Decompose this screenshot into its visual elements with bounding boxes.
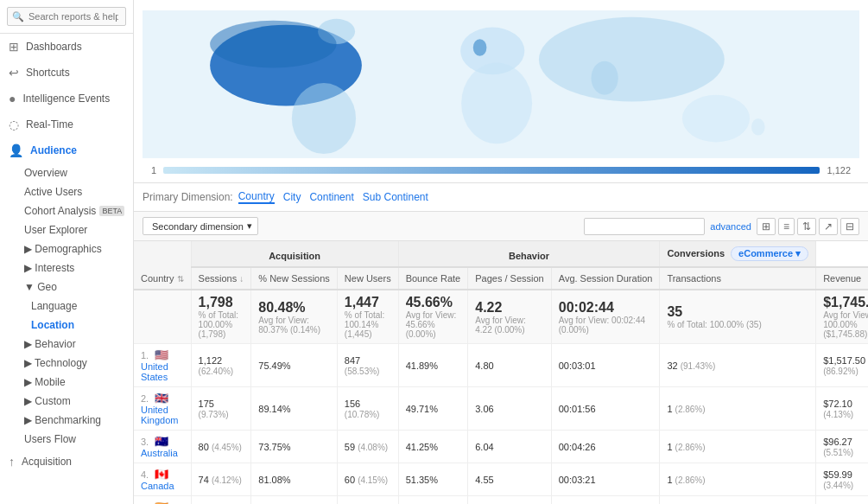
col-bounce-rate[interactable]: Bounce Rate: [398, 267, 468, 290]
table-view-button[interactable]: ≡: [778, 218, 795, 235]
sidebar-item-benchmarking[interactable]: ▶ Benchmarking: [0, 411, 133, 430]
tab-continent[interactable]: Continent: [309, 191, 353, 203]
sidebar: 🔍 ⊞ Dashboards ↩ Shortcuts ● Intelligenc…: [0, 0, 134, 504]
cell-pct-new: 100.00%: [251, 496, 338, 505]
country-link[interactable]: United Kingdom: [141, 405, 178, 425]
cell-sessions: 74 (4.12%): [191, 463, 251, 496]
cell-pages-session: 6.04: [468, 431, 552, 463]
dimension-tabs-row: Primary Dimension: Country City Continen…: [134, 183, 868, 212]
intelligence-icon: ●: [9, 92, 16, 105]
sidebar-item-audience[interactable]: 👤 Audience: [0, 137, 133, 163]
dashboards-icon: ⊞: [9, 40, 19, 54]
sidebar-item-active-users[interactable]: Active Users: [0, 182, 133, 201]
sidebar-item-realtime[interactable]: ◌ Real-Time: [0, 112, 133, 137]
sessions-pct: (4.45%): [212, 443, 242, 452]
map-range-bar: 1 1,122: [143, 160, 859, 182]
table-row: 4. 🇨🇦 Canada 74 (4.12%) 81.08% 60 (4.15%…: [134, 463, 868, 496]
cell-revenue: $96.27 (5.51%): [816, 431, 868, 463]
sidebar-item-mobile[interactable]: ▶ Mobile: [0, 373, 133, 392]
cell-pct-new: 89.14%: [251, 387, 338, 431]
sort-icon[interactable]: ⇅: [177, 274, 184, 284]
svg-point-7: [682, 95, 750, 143]
sidebar-item-label: Shortcuts: [26, 67, 70, 79]
sidebar-item-intelligence[interactable]: ● Intelligence Events: [0, 86, 133, 112]
country-link[interactable]: Canada: [141, 481, 174, 491]
range-min: 1: [151, 165, 156, 175]
search-input[interactable]: [7, 7, 126, 26]
sessions-pct: (9.73%): [199, 410, 229, 419]
table-search-input[interactable]: [584, 218, 705, 235]
transactions-pct: (91.43%): [681, 361, 716, 371]
world-map: [143, 9, 859, 160]
cell-new-users: 847 (58.53%): [337, 344, 398, 387]
sidebar-item-interests[interactable]: ▶ Interests: [0, 258, 133, 278]
col-sessions[interactable]: Sessions ↓: [191, 267, 251, 290]
summary-label: [134, 290, 191, 344]
cell-pages-session: 3.06: [468, 387, 552, 431]
sidebar-item-geo[interactable]: ▼ Geo: [0, 278, 133, 297]
cell-transactions: 1 (2.86%): [660, 431, 816, 463]
sidebar-item-custom[interactable]: ▶ Custom: [0, 392, 133, 411]
revenue-pct: (3.44%): [823, 481, 853, 490]
sidebar-item-behavior[interactable]: ▶ Behavior: [0, 335, 133, 354]
new-users-pct: (4.08%): [358, 443, 388, 452]
realtime-icon: ◌: [9, 118, 19, 131]
summary-pages: 4.22 Avg for View: 4.22 (0.00%): [468, 290, 552, 344]
sidebar-item-language[interactable]: Language: [0, 297, 133, 316]
cell-pages-session: 4.80: [468, 344, 552, 387]
map-section: 1 1,122: [134, 0, 868, 183]
table-row: 3. 🇦🇺 Australia 80 (4.45%) 73.75% 59 (4.…: [134, 431, 868, 463]
flag-icon: 🇬🇧: [155, 392, 168, 405]
revenue-pct: (5.51%): [823, 448, 853, 457]
cell-country: 3. 🇦🇺 Australia: [134, 431, 191, 463]
sidebar-item-dashboards[interactable]: ⊞ Dashboards: [0, 34, 133, 60]
country-link[interactable]: Australia: [141, 448, 178, 458]
sidebar-item-user-explorer[interactable]: User Explorer: [0, 220, 133, 239]
new-users-pct: (10.78%): [345, 410, 380, 419]
new-users-pct: (4.15%): [358, 475, 388, 485]
sidebar-item-demographics[interactable]: ▶ Demographics: [0, 239, 133, 258]
col-pages-session[interactable]: Pages / Session: [468, 267, 552, 290]
section-behavior: Behavior: [398, 241, 660, 267]
tab-country[interactable]: Country: [238, 190, 275, 204]
sidebar-item-cohort[interactable]: Cohort Analysis BETA: [0, 201, 133, 220]
col-revenue[interactable]: Revenue: [816, 267, 868, 290]
cell-revenue: $59.99 (3.44%): [816, 463, 868, 496]
flag-icon: 🇨🇦: [155, 468, 168, 481]
col-new-users[interactable]: New Users: [337, 267, 398, 290]
sidebar-search-section: 🔍: [0, 0, 133, 34]
cell-transactions: 1 (2.86%): [660, 463, 816, 496]
cell-revenue: $0.00 (0.00%): [816, 496, 868, 505]
col-pct-new[interactable]: % New Sessions: [251, 267, 338, 290]
advanced-link[interactable]: advanced: [710, 221, 751, 232]
col-country: Country ⇅: [134, 241, 191, 290]
sidebar-item-overview[interactable]: Overview: [0, 163, 133, 182]
tab-city[interactable]: City: [283, 191, 301, 203]
sessions-sort-icon[interactable]: ↓: [239, 274, 244, 284]
sessions-pct: (62.40%): [199, 367, 234, 376]
chart-view-button[interactable]: ↗: [819, 218, 838, 235]
sidebar-item-users-flow[interactable]: Users Flow: [0, 430, 133, 449]
secondary-dimension-dropdown[interactable]: Secondary dimension ▾: [143, 217, 258, 235]
shortcuts-icon: ↩: [9, 66, 19, 80]
sidebar-item-acquisition[interactable]: ↑ Acquisition: [0, 449, 133, 475]
sidebar-item-location[interactable]: Location: [0, 316, 133, 335]
sidebar-item-shortcuts[interactable]: ↩ Shortcuts: [0, 60, 133, 86]
grid-view-button[interactable]: ⊞: [757, 218, 776, 235]
compare-view-button[interactable]: ⇅: [797, 218, 816, 235]
country-link[interactable]: United States: [141, 361, 168, 382]
cell-new-users: 59 (4.08%): [337, 431, 398, 463]
summary-avg-session: 00:02:44 Avg for View: 00:02:44 (0.00%): [551, 290, 660, 344]
col-transactions[interactable]: Transactions: [660, 267, 816, 290]
flag-icon: 🇮🇳: [155, 501, 168, 504]
sidebar-item-technology[interactable]: ▶ Technology: [0, 354, 133, 373]
tab-sub-continent[interactable]: Sub Continent: [363, 191, 428, 203]
cell-revenue: $1,517.50 (86.92%): [816, 344, 868, 387]
cell-avg-session: 00:03:21: [551, 463, 660, 496]
svg-point-10: [751, 118, 765, 136]
ecommerce-dropdown[interactable]: eCommerce ▾: [731, 246, 808, 261]
col-avg-session[interactable]: Avg. Session Duration: [551, 267, 660, 290]
pivot-view-button[interactable]: ⊟: [840, 218, 859, 235]
sidebar-item-label: Intelligence Events: [22, 93, 110, 105]
summary-revenue: $1,745.86 Avg for View: 100.00% ($1,745.…: [816, 290, 868, 344]
